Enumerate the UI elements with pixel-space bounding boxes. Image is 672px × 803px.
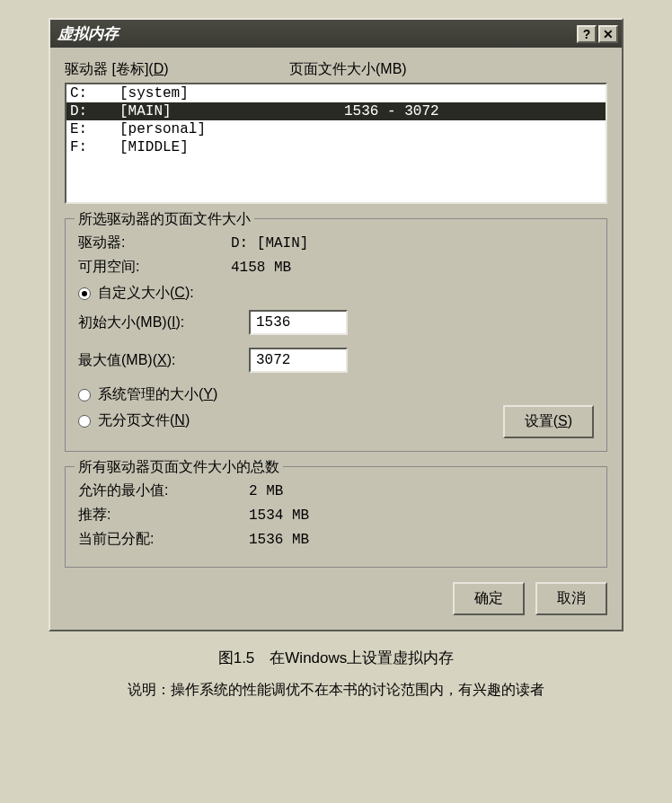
drive-listbox[interactable]: C:[system]D:[MAIN]1536 - 3072E:[personal… <box>65 83 607 204</box>
initial-size-input[interactable] <box>249 310 348 335</box>
drive-label: [MAIN] <box>119 103 344 119</box>
ok-button[interactable]: 确定 <box>453 582 525 615</box>
space-value: 4158 MB <box>231 260 291 276</box>
drive-label: 驱动器: <box>78 234 231 252</box>
figure-note: 说明：操作系统的性能调优不在本书的讨论范围内，有兴趣的读者 <box>18 681 654 700</box>
close-button[interactable]: ✕ <box>598 25 618 43</box>
radio-circle-icon <box>78 389 91 402</box>
drive-label: [MIDDLE] <box>119 139 344 155</box>
radio-system-managed[interactable]: 系统管理的大小(Y) <box>78 385 594 404</box>
drive-label: [system] <box>119 85 344 101</box>
radio-system-label: 系统管理的大小(Y) <box>98 385 217 404</box>
dialog-content: 驱动器 [卷标](D) 页面文件大小(MB) C:[system]D:[MAIN… <box>50 48 622 630</box>
radio-circle-icon <box>78 287 91 300</box>
radio-custom-size[interactable]: 自定义大小(C): <box>78 284 594 303</box>
min-label: 允许的最小值: <box>78 481 249 500</box>
total-legend: 所有驱动器页面文件大小的总数 <box>75 458 283 477</box>
min-value: 2 MB <box>249 483 283 499</box>
drive-row[interactable]: C:[system] <box>66 84 606 102</box>
radio-none-label: 无分页文件(N) <box>98 411 190 430</box>
dialog-buttons: 确定 取消 <box>65 582 607 615</box>
drive-label: [personal] <box>119 121 344 137</box>
drives-header-label: 驱动器 [卷标](D) <box>65 60 289 79</box>
cancel-button[interactable]: 取消 <box>535 582 607 615</box>
paging-header-label: 页面文件大小(MB) <box>289 60 407 79</box>
drive-letter: E: <box>70 121 119 137</box>
selected-drive-group: 所选驱动器的页面文件大小 驱动器: D: [MAIN] 可用空间: 4158 M… <box>65 218 607 452</box>
drive-row[interactable]: F:[MIDDLE] <box>66 138 606 156</box>
virtual-memory-dialog: 虚拟内存 ? ✕ 驱动器 [卷标](D) 页面文件大小(MB) C:[syste… <box>49 18 623 631</box>
space-label: 可用空间: <box>78 258 231 277</box>
drive-row[interactable]: E:[personal] <box>66 120 606 138</box>
drive-letter: F: <box>70 139 119 155</box>
radio-custom-label: 自定义大小(C): <box>98 284 194 303</box>
cur-label: 当前已分配: <box>78 530 249 549</box>
rec-value: 1534 MB <box>249 507 309 524</box>
list-header: 驱动器 [卷标](D) 页面文件大小(MB) <box>65 60 607 79</box>
total-size-group: 所有驱动器页面文件大小的总数 允许的最小值: 2 MB 推荐: 1534 MB … <box>65 466 607 568</box>
selected-legend: 所选驱动器的页面文件大小 <box>75 210 254 229</box>
drive-letter: C: <box>70 85 119 101</box>
set-button[interactable]: 设置(S) <box>503 405 594 438</box>
max-size-input[interactable] <box>249 348 348 373</box>
cur-value: 1536 MB <box>249 532 309 548</box>
drive-letter: D: <box>70 103 119 119</box>
dialog-title: 虚拟内存 <box>57 23 575 44</box>
figure-caption: 图1.5 在Windows上设置虚拟内存 <box>18 648 654 668</box>
drive-value: D: [MAIN] <box>231 235 308 251</box>
initial-size-label: 初始大小(MB)(I): <box>78 313 249 332</box>
help-button[interactable]: ? <box>577 25 597 43</box>
titlebar: 虚拟内存 ? ✕ <box>50 20 622 48</box>
rec-label: 推荐: <box>78 506 249 525</box>
drive-size: 1536 - 3072 <box>344 103 439 119</box>
max-size-label: 最大值(MB)(X): <box>78 351 249 370</box>
radio-circle-icon <box>78 415 91 428</box>
drive-row[interactable]: D:[MAIN]1536 - 3072 <box>66 102 606 120</box>
